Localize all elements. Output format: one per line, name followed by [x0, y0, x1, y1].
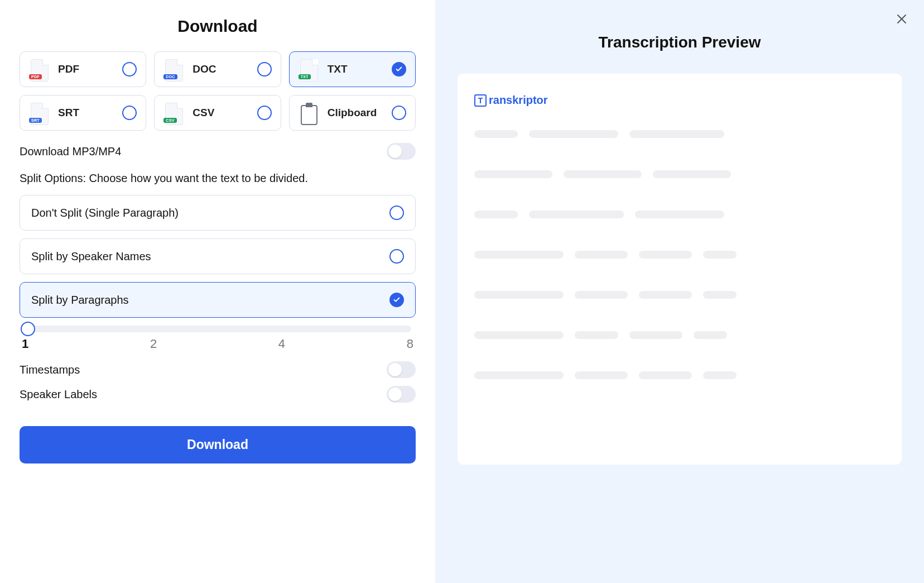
timestamps-label: Timestamps: [20, 364, 80, 376]
format-option-clipboard[interactable]: Clipboard: [289, 95, 416, 131]
download-media-label: Download MP3/MP4: [20, 145, 121, 158]
paragraph-slider: 1 2 4 8: [20, 326, 416, 351]
skeleton-row: [474, 371, 885, 379]
download-media-row: Download MP3/MP4: [20, 143, 416, 160]
slider-thumb[interactable]: [21, 322, 35, 336]
skeleton-row: [474, 130, 885, 138]
speaker-labels-label: Speaker Labels: [20, 388, 97, 401]
split-label: Don't Split (Single Paragraph): [31, 207, 179, 219]
close-icon[interactable]: [895, 12, 908, 26]
radio-icon: [257, 106, 272, 120]
download-panel: Download PDF PDF DOC DOC TXT TXT SRT SRT…: [0, 0, 435, 583]
preview-card: Transkriptor: [458, 74, 902, 465]
speaker-labels-row: Speaker Labels: [20, 386, 416, 403]
srt-file-icon: SRT: [29, 101, 50, 125]
format-grid: PDF PDF DOC DOC TXT TXT SRT SRT CSV CSV …: [20, 51, 416, 131]
slider-mark: 1: [22, 337, 28, 351]
split-heading: Split Options: Choose how you want the t…: [20, 172, 416, 185]
pdf-file-icon: PDF: [29, 57, 50, 82]
format-option-txt[interactable]: TXT TXT: [289, 51, 416, 87]
brand-logo: Transkriptor: [474, 94, 885, 107]
split-label: Split by Paragraphs: [31, 294, 129, 307]
radio-icon: [257, 62, 272, 77]
radio-checked-icon: [392, 62, 406, 77]
format-option-csv[interactable]: CSV CSV: [154, 95, 281, 131]
download-button[interactable]: Download: [20, 426, 416, 463]
radio-icon: [392, 106, 406, 120]
slider-mark: 2: [150, 337, 157, 351]
preview-panel: Transcription Preview Transkriptor: [435, 0, 924, 583]
download-media-toggle[interactable]: [387, 143, 416, 160]
format-label: TXT: [328, 63, 384, 75]
format-option-doc[interactable]: DOC DOC: [154, 51, 281, 87]
radio-icon: [122, 106, 137, 120]
brand-t-icon: T: [474, 94, 487, 107]
speaker-labels-toggle[interactable]: [387, 386, 416, 403]
brand-text: ranskriptor: [489, 94, 548, 107]
skeleton-row: [474, 331, 885, 339]
format-option-pdf[interactable]: PDF PDF: [20, 51, 146, 87]
skeleton-row: [474, 251, 885, 259]
skeleton-row: [474, 291, 885, 299]
doc-file-icon: DOC: [163, 57, 185, 82]
skeleton-row: [474, 211, 885, 218]
format-label: PDF: [58, 63, 114, 75]
clipboard-icon: [299, 101, 320, 125]
format-label: CSV: [192, 107, 249, 119]
preview-title: Transcription Preview: [458, 34, 902, 51]
radio-checked-icon: [389, 293, 404, 307]
slider-marks: 1 2 4 8: [22, 337, 413, 351]
format-label: DOC: [192, 63, 249, 75]
skeleton-row: [474, 170, 885, 178]
timestamps-toggle[interactable]: [387, 361, 416, 378]
timestamps-row: Timestamps: [20, 361, 416, 378]
format-label: Clipboard: [328, 107, 384, 119]
format-option-srt[interactable]: SRT SRT: [20, 95, 146, 131]
split-option-no-split[interactable]: Don't Split (Single Paragraph): [20, 195, 416, 231]
radio-icon: [122, 62, 137, 77]
csv-file-icon: CSV: [163, 101, 185, 125]
radio-icon: [389, 206, 404, 220]
slider-mark: 8: [407, 337, 413, 351]
txt-file-icon: TXT: [299, 57, 320, 82]
format-label: SRT: [58, 107, 114, 119]
download-title: Download: [20, 17, 416, 36]
split-option-speaker[interactable]: Split by Speaker Names: [20, 238, 416, 274]
slider-mark: 4: [278, 337, 285, 351]
slider-track[interactable]: [24, 326, 411, 332]
split-option-paragraphs[interactable]: Split by Paragraphs: [20, 282, 416, 318]
split-label: Split by Speaker Names: [31, 250, 151, 263]
radio-icon: [389, 249, 404, 264]
